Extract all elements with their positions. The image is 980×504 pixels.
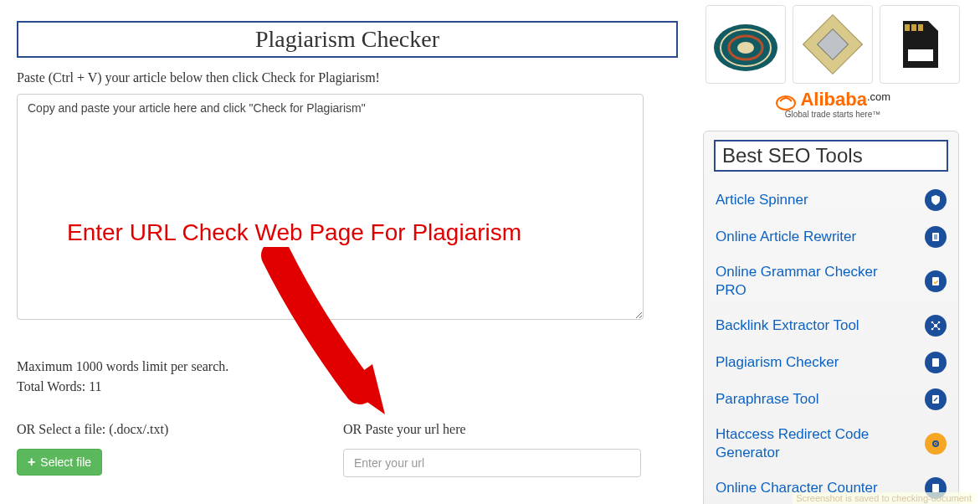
svg-rect-29 xyxy=(932,484,939,492)
page-title: Plagiarism Checker xyxy=(18,26,676,53)
alibaba-brand-name: Alibaba xyxy=(800,89,866,110)
tool-link[interactable]: Paraphrase Tool xyxy=(716,390,819,409)
paste-url-label: OR Paste your url here xyxy=(343,422,678,437)
tool-item-article-spinner[interactable]: Article Spinner xyxy=(704,182,958,219)
alibaba-logo-block[interactable]: Alibaba.com Global trade starts here™ xyxy=(703,89,962,119)
ad-product-cushion[interactable] xyxy=(705,5,786,84)
nodes-icon xyxy=(925,315,947,337)
tool-item-htaccess-redirect[interactable]: Htaccess Redirect Code Generator xyxy=(704,418,958,470)
tool-link[interactable]: Plagiarism Checker xyxy=(716,353,839,372)
gear-icon xyxy=(925,433,947,455)
limits-block: Maximum 1000 words limit per search. Tot… xyxy=(17,357,678,397)
ad-row xyxy=(703,5,962,84)
total-words-count: Total Words: 11 xyxy=(17,377,678,397)
max-words-limit: Maximum 1000 words limit per search. xyxy=(17,357,678,377)
svg-rect-8 xyxy=(918,24,923,31)
select-file-button-label: Select file xyxy=(40,455,91,469)
ad-product-cpu[interactable] xyxy=(793,5,873,84)
best-seo-tools-panel: Best SEO Tools Article Spinner Online Ar… xyxy=(703,131,959,504)
svg-line-24 xyxy=(936,326,939,329)
tool-link[interactable]: Htaccess Redirect Code Generator xyxy=(716,425,908,462)
select-file-label: OR Select a file: (.docx/.txt) xyxy=(17,422,343,437)
svg-rect-25 xyxy=(932,358,939,367)
svg-rect-6 xyxy=(905,24,910,31)
svg-point-3 xyxy=(737,42,754,54)
select-file-button[interactable]: + Select file xyxy=(17,449,102,476)
svg-line-21 xyxy=(932,322,936,326)
tools-panel-header: Best SEO Tools xyxy=(714,140,948,172)
screenshot-save-note: Screenshot is saved to checking-document xyxy=(793,492,975,504)
tool-link[interactable]: Backlink Extractor Tool xyxy=(716,316,859,335)
shield-icon xyxy=(925,189,947,211)
article-textarea[interactable] xyxy=(17,94,644,320)
url-input[interactable] xyxy=(343,449,641,477)
svg-line-23 xyxy=(932,326,936,329)
paste-instruction: Paste (Ctrl + V) your article below then… xyxy=(17,70,678,85)
alibaba-tagline: Global trade starts here™ xyxy=(703,110,962,119)
doc-lines-icon xyxy=(925,226,947,248)
tool-item-article-rewriter[interactable]: Online Article Rewriter xyxy=(704,219,958,255)
edit-icon xyxy=(925,388,947,410)
svg-point-28 xyxy=(935,443,936,445)
tool-link[interactable]: Online Grammar Checker PRO xyxy=(716,263,908,300)
tool-link[interactable]: Online Article Rewriter xyxy=(716,228,856,246)
tool-item-plagiarism-checker[interactable]: Plagiarism Checker xyxy=(704,344,958,381)
tool-item-paraphrase[interactable]: Paraphrase Tool xyxy=(704,381,958,418)
alibaba-brand-suffix: .com xyxy=(867,90,890,103)
page-title-box: Plagiarism Checker xyxy=(17,21,678,58)
tool-item-backlink-extractor[interactable]: Backlink Extractor Tool xyxy=(704,307,958,344)
tool-link[interactable]: Article Spinner xyxy=(716,191,808,209)
svg-rect-9 xyxy=(908,49,933,61)
plus-icon: + xyxy=(28,455,35,469)
svg-line-22 xyxy=(936,322,939,326)
page-icon xyxy=(925,352,947,373)
svg-rect-7 xyxy=(911,24,916,31)
doc-check-icon xyxy=(925,270,947,292)
ad-product-sdcard[interactable] xyxy=(880,5,960,84)
tool-item-grammar-checker[interactable]: Online Grammar Checker PRO xyxy=(704,255,958,307)
